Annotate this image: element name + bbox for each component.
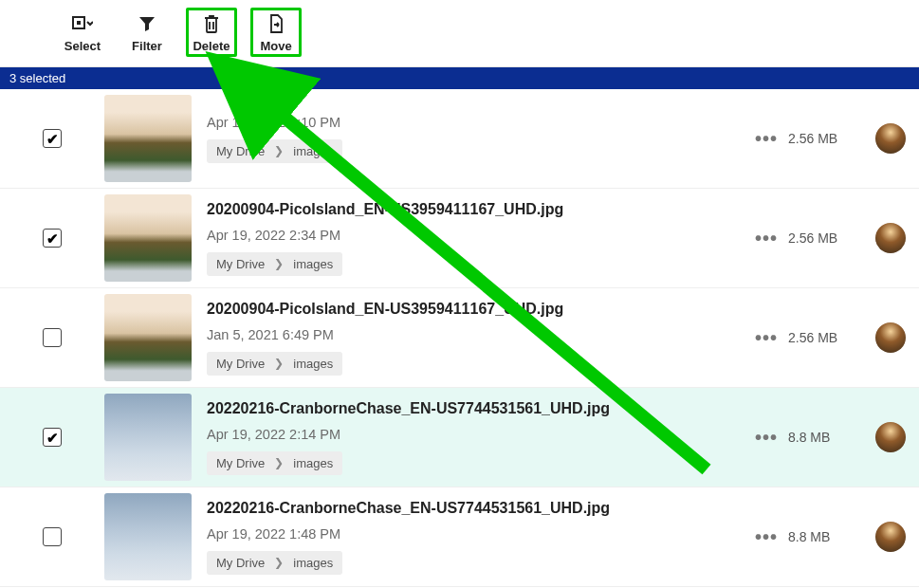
selection-count-bar: 3 selected [0, 67, 919, 89]
file-thumbnail[interactable] [104, 194, 192, 282]
owner-avatar-cell [862, 522, 919, 552]
file-date: Apr 19, 2022 2:10 PM [207, 115, 744, 130]
checkbox-cell [0, 129, 104, 148]
file-thumbnail[interactable] [104, 493, 192, 580]
checkbox-cell [0, 229, 104, 248]
owner-avatar-cell [862, 322, 919, 353]
move-label: Move [260, 39, 291, 53]
owner-avatar-cell [862, 123, 919, 154]
breadcrumb-folder[interactable]: images [293, 144, 333, 158]
delete-label: Delete [193, 39, 230, 53]
checkbox-cell [0, 328, 104, 347]
funnel-icon [136, 12, 158, 35]
file-move-icon [265, 12, 287, 35]
file-date: Jan 5, 2021 6:49 PM [207, 327, 744, 342]
breadcrumb-folder[interactable]: images [293, 257, 333, 271]
breadcrumb-root[interactable]: My Drive [216, 357, 265, 371]
file-name[interactable]: 20200904-PicoIsland_EN-US3959411167_UHD.… [207, 301, 744, 318]
file-info: 20220216-CranborneChase_EN-US7744531561_… [192, 500, 744, 575]
checkbox-cell [0, 527, 104, 546]
owner-avatar[interactable] [875, 522, 906, 552]
file-info: 20200904-PicoIsland_EN-US3959411167_UHD.… [192, 301, 744, 376]
breadcrumb-root[interactable]: My Drive [216, 144, 265, 158]
file-list: Apr 19, 2022 2:10 PMMy Drive❯images•••2.… [0, 89, 919, 587]
row-actions-button[interactable]: ••• [744, 526, 788, 548]
row-checkbox[interactable] [43, 129, 62, 148]
breadcrumb[interactable]: My Drive❯images [207, 252, 342, 276]
breadcrumb-folder[interactable]: images [293, 556, 333, 570]
file-info: Apr 19, 2022 2:10 PMMy Drive❯images [192, 115, 744, 163]
file-size: 2.56 MB [788, 330, 862, 345]
file-size: 8.8 MB [788, 529, 862, 544]
owner-avatar[interactable] [875, 223, 906, 253]
file-info: 20220216-CranborneChase_EN-US7744531561_… [192, 400, 744, 475]
breadcrumb-root[interactable]: My Drive [216, 556, 265, 570]
file-date: Apr 19, 2022 2:14 PM [207, 427, 744, 442]
file-size: 2.56 MB [788, 230, 862, 246]
owner-avatar[interactable] [875, 123, 906, 154]
toolbar: Select Filter Delete Move [0, 0, 919, 67]
breadcrumb[interactable]: My Drive❯images [207, 451, 342, 475]
owner-avatar[interactable] [875, 322, 906, 353]
file-info: 20200904-PicoIsland_EN-US3959411167_UHD.… [192, 201, 744, 276]
breadcrumb-folder[interactable]: images [293, 456, 333, 470]
breadcrumb[interactable]: My Drive❯images [207, 139, 342, 163]
owner-avatar[interactable] [875, 422, 906, 452]
breadcrumb[interactable]: My Drive❯images [207, 352, 342, 376]
breadcrumb-root[interactable]: My Drive [216, 456, 265, 470]
breadcrumb-root[interactable]: My Drive [216, 257, 265, 271]
trash-icon [200, 12, 223, 35]
file-row[interactable]: Apr 19, 2022 2:10 PMMy Drive❯images•••2.… [0, 89, 919, 189]
row-actions-button[interactable]: ••• [744, 128, 788, 150]
select-button[interactable]: Select [57, 8, 108, 57]
select-icon [71, 12, 94, 35]
move-button[interactable]: Move [250, 8, 302, 57]
file-size: 2.56 MB [788, 131, 862, 146]
row-checkbox[interactable] [43, 328, 62, 347]
breadcrumb[interactable]: My Drive❯images [207, 551, 342, 575]
row-actions-button[interactable]: ••• [744, 327, 788, 349]
file-row[interactable]: 20200904-PicoIsland_EN-US3959411167_UHD.… [0, 288, 919, 388]
file-name[interactable]: 20200904-PicoIsland_EN-US3959411167_UHD.… [207, 201, 744, 218]
row-actions-button[interactable]: ••• [744, 228, 788, 249]
owner-avatar-cell [862, 422, 919, 452]
owner-avatar-cell [862, 223, 919, 253]
chevron-right-icon: ❯ [274, 556, 284, 569]
file-name[interactable]: 20220216-CranborneChase_EN-US7744531561_… [207, 500, 744, 517]
breadcrumb-folder[interactable]: images [293, 357, 333, 371]
file-name[interactable]: 20220216-CranborneChase_EN-US7744531561_… [207, 400, 744, 417]
chevron-right-icon: ❯ [274, 144, 284, 157]
file-date: Apr 19, 2022 1:48 PM [207, 526, 744, 542]
row-checkbox[interactable] [43, 428, 62, 447]
row-actions-button[interactable]: ••• [744, 427, 788, 449]
chevron-right-icon: ❯ [274, 257, 284, 270]
row-checkbox[interactable] [43, 527, 62, 546]
file-row[interactable]: 20220216-CranborneChase_EN-US7744531561_… [0, 487, 919, 587]
file-size: 8.8 MB [788, 430, 862, 445]
file-row[interactable]: 20220216-CranborneChase_EN-US7744531561_… [0, 388, 919, 487]
chevron-right-icon: ❯ [274, 456, 284, 469]
file-row[interactable]: 20200904-PicoIsland_EN-US3959411167_UHD.… [0, 189, 919, 288]
file-thumbnail[interactable] [104, 95, 192, 182]
select-label: Select [64, 39, 101, 53]
file-thumbnail[interactable] [104, 394, 192, 481]
chevron-right-icon: ❯ [274, 357, 284, 370]
row-checkbox[interactable] [43, 229, 62, 248]
checkbox-cell [0, 428, 104, 447]
filter-label: Filter [132, 39, 162, 53]
delete-button[interactable]: Delete [186, 8, 237, 57]
filter-button[interactable]: Filter [121, 8, 173, 57]
file-thumbnail[interactable] [104, 294, 192, 381]
svg-rect-1 [77, 21, 81, 25]
file-date: Apr 19, 2022 2:34 PM [207, 228, 744, 243]
